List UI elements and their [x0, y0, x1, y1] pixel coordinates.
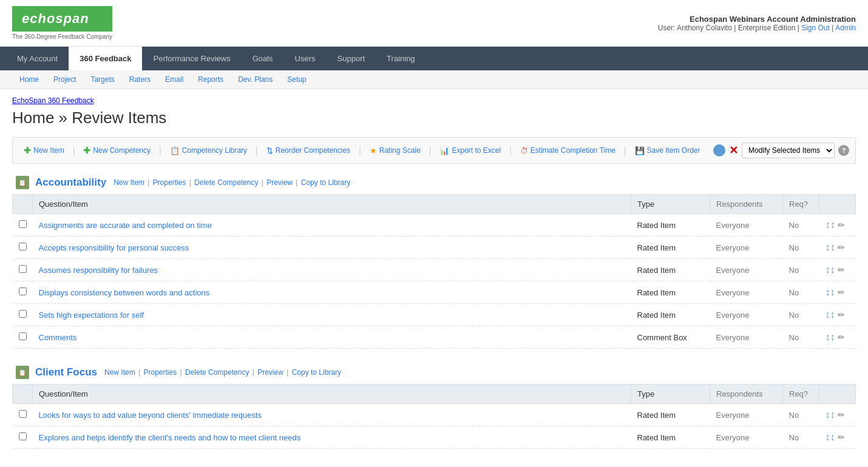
help-icon[interactable]: ? [838, 145, 849, 156]
question-link[interactable]: Assumes responsibility for failures [39, 266, 158, 275]
move-icon[interactable]: ↕↕ [826, 332, 835, 343]
row-checkbox[interactable] [19, 410, 27, 418]
question-link[interactable]: Explores and helps identify the client's… [39, 433, 301, 442]
star-icon: ★ [370, 146, 377, 155]
nav-item-users[interactable]: Users [284, 47, 327, 70]
move-icon[interactable]: ↕↕ [826, 242, 835, 253]
question-link[interactable]: Looks for ways to add value beyond clien… [39, 411, 262, 420]
subnav-item-email[interactable]: Email [158, 70, 191, 89]
subnav-item-targets[interactable]: Targets [83, 70, 121, 89]
save-item-order-button[interactable]: 💾 Save Item Order [630, 143, 705, 158]
move-icon[interactable]: ↕↕ [826, 287, 835, 298]
edit-icon[interactable]: ✏ [838, 410, 845, 420]
nav-item-my-account[interactable]: My Account [6, 47, 69, 70]
item-req: No [783, 281, 819, 304]
refresh-icon[interactable] [713, 144, 725, 156]
subnav-item-raters[interactable]: Raters [122, 70, 158, 89]
estimate-completion-button[interactable]: ⏱ Estimate Completion Time [515, 143, 620, 158]
subnav-item-project[interactable]: Project [46, 70, 83, 89]
sub-nav: HomeProjectTargetsRatersEmailReportsDev.… [0, 70, 868, 89]
logo: echospan [12, 6, 112, 32]
export-excel-button[interactable]: 📊 Export to Excel [435, 143, 506, 158]
clear-icon[interactable]: ✕ [729, 144, 738, 157]
subnav-item-dev-plans[interactable]: Dev. Plans [231, 70, 280, 89]
col-header-question-item: Question/Item [33, 385, 631, 404]
question-link[interactable]: Accepts responsibility for personal succ… [39, 243, 189, 252]
new-competency-button[interactable]: ✚ New Competency [78, 143, 155, 158]
nav-item-goals[interactable]: Goals [242, 47, 284, 70]
account-meta: User: Anthony Colavito | Enterprise Edit… [658, 24, 856, 32]
table-row: Accepts responsibility for personal succ… [13, 237, 856, 259]
nav-item-performance-reviews[interactable]: Performance Reviews [142, 47, 241, 70]
comp-action-delete-competency[interactable]: Delete Competency [194, 178, 258, 187]
row-actions: ↕↕✏ [819, 214, 856, 237]
edit-icon[interactable]: ✏ [838, 220, 845, 230]
edit-icon[interactable]: ✏ [838, 310, 845, 320]
row-actions: ↕↕✏ [819, 326, 856, 349]
edit-icon[interactable]: ✏ [838, 332, 845, 342]
comp-action-preview[interactable]: Preview [266, 178, 293, 187]
question-link[interactable]: Sets high expectations for self [39, 311, 144, 320]
item-req: No [783, 237, 819, 259]
row-checkbox[interactable] [19, 432, 27, 440]
competency-actions: New Item | Properties | Delete Competenc… [103, 368, 342, 377]
subnav-item-home[interactable]: Home [12, 70, 46, 89]
account-title: Echospan Webinars Account Administration [658, 15, 856, 24]
nav-item-training[interactable]: Training [376, 47, 426, 70]
comp-action-new-item[interactable]: New Item [114, 178, 144, 187]
reorder-competencies-button[interactable]: ⇅ Reorder Competencies [262, 143, 355, 158]
toolbar: ✚ New Item | ✚ New Competency | 📋 Compet… [12, 137, 856, 164]
move-icon[interactable]: ↕↕ [826, 309, 835, 320]
competency-name: Accountability [35, 176, 106, 189]
item-type: Comment Box [631, 326, 710, 349]
move-icon[interactable]: ↕↕ [826, 220, 835, 230]
comp-action-properties[interactable]: Properties [144, 368, 177, 377]
comp-action-delete-competency[interactable]: Delete Competency [185, 368, 249, 377]
comp-action-new-item[interactable]: New Item [104, 368, 135, 377]
modify-selected-dropdown[interactable]: Modify Selected ItemsDelete Selected Ite… [742, 143, 835, 158]
edit-icon[interactable]: ✏ [838, 432, 845, 442]
item-req: No [783, 404, 819, 426]
edit-icon[interactable]: ✏ [838, 287, 845, 297]
item-respondents: Everyone [710, 259, 783, 281]
plus-icon-2: ✚ [83, 146, 90, 155]
comp-action-preview[interactable]: Preview [257, 368, 283, 377]
row-actions: ↕↕✏ [819, 281, 856, 304]
edit-icon[interactable]: ✏ [838, 243, 845, 252]
admin-link[interactable]: Admin [835, 24, 856, 32]
move-icon[interactable]: ↕↕ [826, 264, 835, 275]
competency-section-accountability: 📋AccountabilityNew Item | Properties | D… [12, 171, 856, 349]
clock-icon: ⏱ [520, 146, 528, 155]
item-respondents: Everyone [710, 237, 783, 259]
question-link[interactable]: Comments [39, 333, 77, 342]
rating-scale-button[interactable]: ★ Rating Scale [365, 143, 426, 158]
row-checkbox[interactable] [19, 332, 27, 340]
row-checkbox[interactable] [19, 310, 27, 318]
nav-item-support[interactable]: Support [327, 47, 376, 70]
row-checkbox[interactable] [19, 243, 27, 250]
question-link[interactable]: Displays consistency between words and a… [39, 288, 210, 297]
move-icon[interactable]: ↕↕ [826, 432, 835, 443]
comp-action-properties[interactable]: Properties [153, 178, 186, 187]
row-checkbox[interactable] [19, 265, 27, 273]
item-req: No [783, 214, 819, 237]
competency-library-button[interactable]: 📋 Competency Library [165, 143, 252, 158]
row-checkbox[interactable] [19, 220, 27, 228]
row-actions: ↕↕✏ [819, 426, 856, 449]
page-title: Home » Review Items [0, 105, 868, 137]
subnav-item-reports[interactable]: Reports [191, 70, 231, 89]
table-row: Explores and helps identify the client's… [13, 426, 856, 449]
edit-icon[interactable]: ✏ [838, 265, 845, 275]
sign-out-link[interactable]: Sign Out [801, 24, 830, 32]
table-row: Assignments are accurate and completed o… [13, 214, 856, 237]
move-icon[interactable]: ↕↕ [826, 409, 835, 420]
col-header-type: Type [631, 195, 710, 214]
nav-item-360-feedback[interactable]: 360 Feedback [69, 47, 142, 70]
comp-action-copy-to-library[interactable]: Copy to Library [301, 178, 350, 187]
subnav-item-setup[interactable]: Setup [280, 70, 313, 89]
comp-action-copy-to-library[interactable]: Copy to Library [292, 368, 341, 377]
row-checkbox[interactable] [19, 287, 27, 295]
question-link[interactable]: Assignments are accurate and completed o… [39, 221, 212, 230]
toolbar-right: ✕ Modify Selected ItemsDelete Selected I… [713, 143, 849, 158]
new-item-button[interactable]: ✚ New Item [19, 143, 69, 158]
